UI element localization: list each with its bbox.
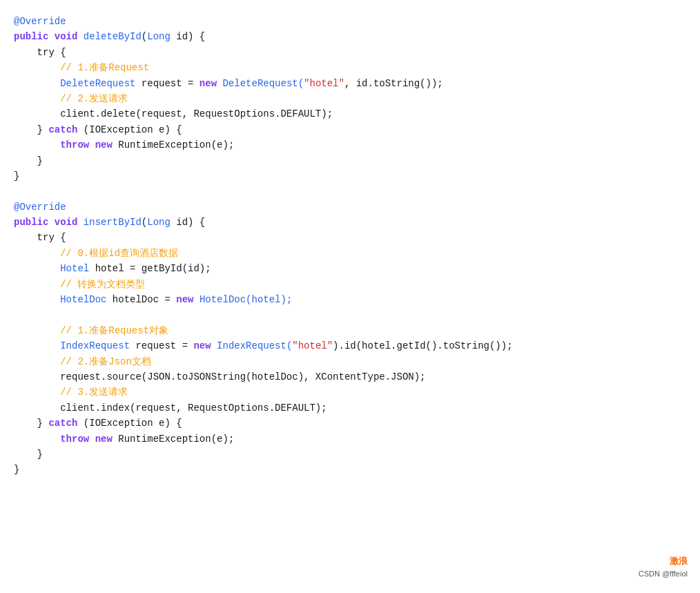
code-line: throw new RuntimeException(e); (14, 431, 686, 447)
code-token: DeleteRequest( (222, 78, 304, 89)
code-token: deleteById (84, 31, 142, 42)
code-token: HotelDoc (60, 294, 106, 305)
code-token: catch (48, 418, 77, 429)
code-token: request = (130, 340, 193, 351)
code-token (14, 248, 60, 259)
code-line: HotelDoc hotelDoc = new HotelDoc(hotel); (14, 292, 686, 307)
code-token: hotelDoc = (106, 294, 176, 305)
code-line: // 转换为文档类型 (14, 277, 686, 292)
code-token: } (14, 171, 19, 182)
code-line: client.delete(request, RequestOptions.DE… (14, 106, 686, 121)
code-token: "hotel" (304, 78, 344, 89)
code-line: @Override (14, 200, 686, 215)
code-token (14, 279, 60, 290)
code-token: @Override (14, 202, 66, 213)
code-token (14, 294, 60, 305)
code-line: } (14, 447, 686, 462)
code-token: } (14, 418, 48, 429)
code-token: Hotel (60, 263, 89, 274)
code-token: catch (48, 124, 77, 135)
code-token: HotelDoc(hotel); (200, 294, 292, 305)
code-token: throw (60, 434, 95, 445)
code-line: // 1.准备Request (14, 60, 686, 75)
code-token (14, 93, 60, 104)
code-line: // 3.发送请求 (14, 385, 686, 400)
code-token: client.delete(request, RequestOptions.DE… (14, 108, 333, 119)
code-line: // 2.准备Json文档 (14, 354, 686, 369)
code-line: @Override (14, 14, 686, 29)
code-token: client.index(request, RequestOptions.DEF… (14, 402, 327, 414)
code-token: // 1.准备Request对象 (60, 325, 168, 336)
code-token (14, 356, 60, 367)
code-token: request = (135, 78, 199, 89)
code-line (14, 184, 686, 199)
code-token (14, 325, 60, 336)
code-token: // 1.准备Request (60, 62, 149, 73)
code-token: try { (14, 47, 66, 58)
watermark: 激浪 CSDN @fffeiol (639, 554, 688, 581)
code-token: void (55, 217, 84, 228)
code-token: new (193, 340, 217, 351)
code-token: insertById (84, 217, 142, 228)
code-token (14, 387, 60, 398)
code-token: new (95, 434, 119, 445)
code-token: new (200, 78, 223, 89)
code-token: } (14, 449, 43, 460)
code-line: request.source(JSON.toJSONString(hotelDo… (14, 369, 686, 385)
code-line: } catch (IOException e) { (14, 416, 686, 431)
code-token: RuntimeException(e); (118, 434, 234, 445)
code-line: } (14, 168, 686, 184)
code-line: Hotel hotel = getById(id); (14, 261, 686, 276)
code-token: ).id(hotel.getId().toString()); (333, 340, 512, 351)
code-line: // 2.发送请求 (14, 91, 686, 106)
code-token: (IOException e) { (77, 418, 182, 429)
code-token: hotel = getById(id); (89, 263, 211, 274)
code-token: (IOException e) { (77, 124, 182, 135)
code-line: try { (14, 45, 686, 60)
code-token (14, 434, 60, 445)
code-line: DeleteRequest request = new DeleteReques… (14, 76, 686, 91)
code-token: try { (14, 232, 66, 243)
code-token: id) { (171, 217, 205, 228)
code-token: // 0.根据id查询酒店数据 (60, 248, 178, 259)
code-token: IndexRequest( (217, 340, 292, 351)
code-token: request.source(JSON.toJSONString(hotelDo… (14, 371, 426, 382)
code-token: public (14, 217, 55, 228)
code-token (14, 263, 60, 274)
code-token: ( (142, 217, 147, 228)
code-token: DeleteRequest (60, 78, 135, 89)
code-line: throw new RuntimeException(e); (14, 137, 686, 153)
code-block: @Overridepublic void deleteById(Long id)… (14, 14, 686, 478)
code-line: public void insertById(Long id) { (14, 215, 686, 230)
code-line: client.index(request, RequestOptions.DEF… (14, 400, 686, 416)
code-token: , id.toString()); (344, 78, 443, 89)
watermark-top: 激浪 (639, 554, 688, 569)
code-token: public (14, 31, 55, 42)
code-token (14, 62, 60, 73)
code-line: } (14, 462, 686, 477)
code-line: public void deleteById(Long id) { (14, 29, 686, 44)
code-token: throw (60, 139, 95, 150)
code-token: void (55, 31, 84, 42)
code-token: Long (147, 217, 171, 228)
code-token: IndexRequest (60, 340, 130, 351)
code-token: // 2.发送请求 (60, 93, 128, 104)
code-token: } (14, 124, 48, 135)
code-token: ( (142, 31, 147, 42)
code-token: } (14, 155, 43, 166)
code-token: "hotel" (292, 340, 333, 351)
code-token: // 2.准备Json文档 (60, 356, 151, 367)
watermark-bottom: CSDN @fffeiol (639, 568, 688, 581)
code-line: } (14, 153, 686, 168)
code-token: } (14, 464, 19, 475)
code-token: new (95, 139, 119, 150)
code-line: } catch (IOException e) { (14, 122, 686, 137)
code-token: new (176, 294, 200, 305)
code-container: @Overridepublic void deleteById(Long id)… (0, 0, 700, 593)
code-line: // 1.准备Request对象 (14, 323, 686, 338)
code-token: id) { (171, 31, 205, 42)
code-token: RuntimeException(e); (118, 139, 234, 150)
code-token: // 3.发送请求 (60, 387, 128, 398)
code-token: Long (147, 31, 171, 42)
code-token (14, 78, 60, 89)
